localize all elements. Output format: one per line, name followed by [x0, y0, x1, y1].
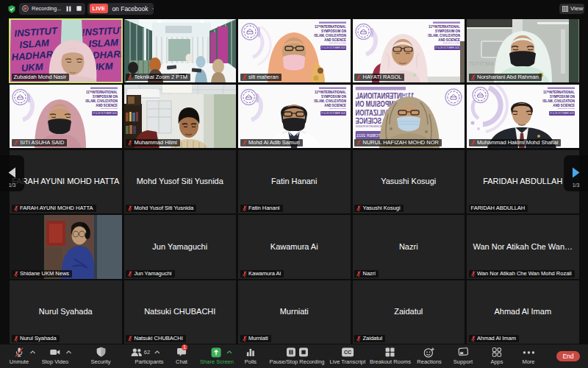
svg-text:UKM: UKM [21, 61, 44, 74]
svg-text:!NSTITUT: !NSTITUT [82, 24, 122, 38]
svg-text:CC: CC [344, 350, 351, 355]
svg-text:TUTITSNI: TUTITSNI [469, 60, 494, 67]
svg-text:ISLAM: ISLAM [88, 37, 119, 49]
svg-text:ISLAM: ISLAM [19, 38, 51, 51]
